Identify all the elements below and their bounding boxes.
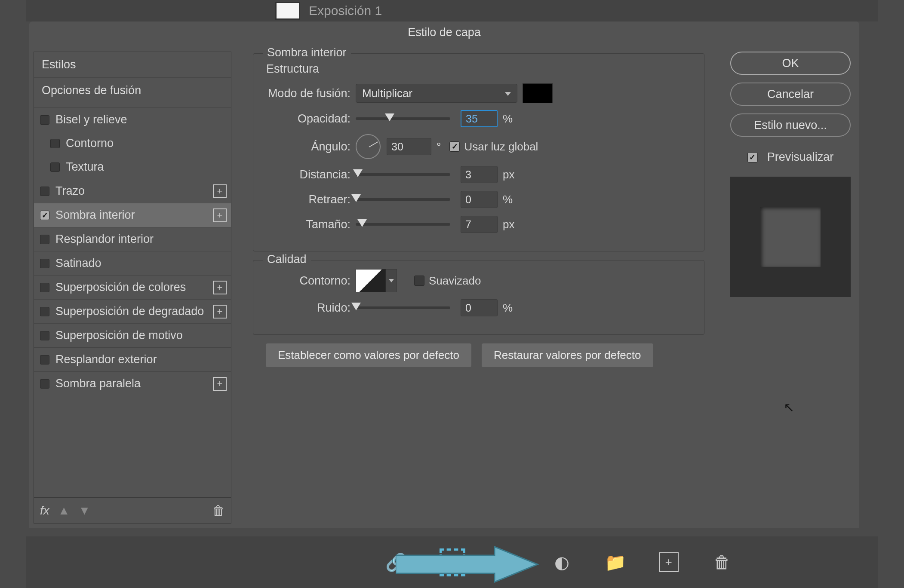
style-item-color-overlay[interactable]: Superposición de colores + [34,276,231,299]
sidebar-footer: fx ▲ ▼ 🗑 [34,497,231,523]
blend-mode-dropdown[interactable]: Multiplicar [356,84,517,103]
style-item-outer-glow[interactable]: Resplandor exterior [34,348,231,371]
checkbox-satin[interactable] [40,259,49,268]
checkbox-outer-glow[interactable] [40,355,49,364]
label: Superposición de degradado [55,305,204,318]
make-default-button[interactable]: Establecer como valores por defecto [266,343,471,367]
blend-options-item[interactable]: Opciones de fusión [34,78,231,103]
style-item-bevel[interactable]: Bisel y relieve [34,108,231,132]
label: Textura [66,160,104,174]
label: Bisel y relieve [55,113,127,126]
antialiased-label: Suavizado [429,274,481,288]
add-icon[interactable]: + [213,305,227,318]
angle-dial[interactable] [356,134,381,159]
contour-dropdown[interactable] [386,269,397,292]
checkbox-color-overlay[interactable] [40,283,49,292]
label: Trazo [55,184,85,198]
blend-mode-label: Modo de fusión: [264,87,351,100]
distance-unit: px [503,168,514,181]
style-item-texture[interactable]: Textura [34,155,231,179]
layers-panel-bg: Exposición 1 [26,0,878,21]
settings-panel: Sombra interior Estructura Modo de fusió… [253,52,704,524]
checkbox-stroke[interactable] [40,187,49,196]
new-style-button[interactable]: Estilo nuevo... [730,113,851,137]
style-item-drop-shadow[interactable]: Sombra paralela + [34,372,231,395]
label: Contorno [66,137,114,150]
style-item-contour[interactable]: Contorno [34,132,231,155]
styles-sidebar: Estilos Opciones de fusión Bisel y relie… [34,52,231,524]
move-down-icon[interactable]: ▼ [79,504,91,518]
layer-style-dialog: Estilo de capa Estilos Opciones de fusió… [29,21,859,528]
label: Superposición de colores [55,281,186,294]
reset-default-button[interactable]: Restaurar valores por defecto [482,343,653,367]
style-item-inner-glow[interactable]: Resplandor interior [34,227,231,251]
structure-fieldset: Sombra interior Estructura Modo de fusió… [253,53,704,251]
trash-icon[interactable]: 🗑 [212,503,225,518]
checkbox-contour[interactable] [50,139,60,148]
label: Sombra interior [55,208,135,222]
size-slider[interactable] [356,223,450,226]
dialog-title: Estilo de capa [29,21,859,43]
move-up-icon[interactable]: ▲ [58,504,70,518]
annotation-arrow [396,545,542,584]
size-input[interactable] [461,216,498,233]
new-layer-icon[interactable]: + [659,552,679,572]
opacity-input[interactable] [461,110,498,127]
preview-label: Previsualizar [767,150,834,164]
trash-icon[interactable]: 🗑 [712,552,732,572]
noise-slider[interactable] [356,306,450,309]
style-item-satin[interactable]: Satinado [34,251,231,275]
checkbox-drop-shadow[interactable] [40,379,49,389]
checkbox-gradient-overlay[interactable] [40,307,49,316]
section-title: Sombra interior [263,46,351,59]
quality-fieldset: Calidad Contorno: Suavizado Ruido: % [253,260,704,335]
global-light-checkbox[interactable] [449,141,460,152]
add-icon[interactable]: + [213,377,227,391]
checkbox-inner-shadow[interactable] [40,211,49,220]
adjustment-icon[interactable]: ◐ [552,552,572,572]
checkbox-bevel[interactable] [40,115,49,125]
distance-label: Distancia: [264,168,351,181]
cancel-button[interactable]: Cancelar [730,83,851,106]
folder-icon[interactable]: 📁 [606,552,625,572]
style-item-gradient-overlay[interactable]: Superposición de degradado + [34,300,231,323]
label: Resplandor exterior [55,353,157,366]
layer-name: Exposición 1 [309,3,382,18]
opacity-slider[interactable] [356,117,450,120]
style-item-inner-shadow[interactable]: Sombra interior + [34,203,231,227]
shadow-color-swatch[interactable] [523,83,553,103]
add-icon[interactable]: + [213,208,227,222]
size-unit: px [503,218,514,231]
distance-slider[interactable] [356,173,450,176]
contour-label: Contorno: [264,274,351,288]
add-icon[interactable]: + [213,281,227,294]
checkbox-texture[interactable] [50,162,60,172]
contour-preview[interactable] [356,269,386,292]
structure-title: Estructura [264,62,693,76]
dialog-buttons: OK Cancelar Estilo nuevo... Previsualiza… [726,52,855,524]
style-item-pattern-overlay[interactable]: Superposición de motivo [34,324,231,347]
noise-input[interactable] [461,299,498,316]
angle-unit: ° [437,140,441,153]
checkbox-pattern-overlay[interactable] [40,331,49,340]
preview-checkbox[interactable] [747,152,758,162]
angle-input[interactable] [387,138,431,155]
choke-input[interactable] [461,191,498,208]
add-icon[interactable]: + [213,184,227,198]
label: Sombra paralela [55,377,141,390]
ok-button[interactable]: OK [730,52,851,75]
opacity-label: Opacidad: [264,112,351,126]
checkbox-inner-glow[interactable] [40,235,49,244]
fx-icon[interactable]: fx [40,504,49,518]
styles-header[interactable]: Estilos [34,52,231,78]
style-item-stroke[interactable]: Trazo + [34,179,231,203]
antialiased-checkbox[interactable] [414,276,424,286]
svg-marker-0 [396,547,538,582]
choke-label: Retraer: [264,193,351,206]
choke-slider[interactable] [356,198,450,201]
noise-label: Ruido: [264,301,351,315]
layers-bottom-toolbar: 🔗 fx ◼ ◐ 📁 + 🗑 [26,536,878,588]
label: Resplandor interior [55,233,154,246]
choke-unit: % [503,193,513,206]
distance-input[interactable] [461,166,498,183]
